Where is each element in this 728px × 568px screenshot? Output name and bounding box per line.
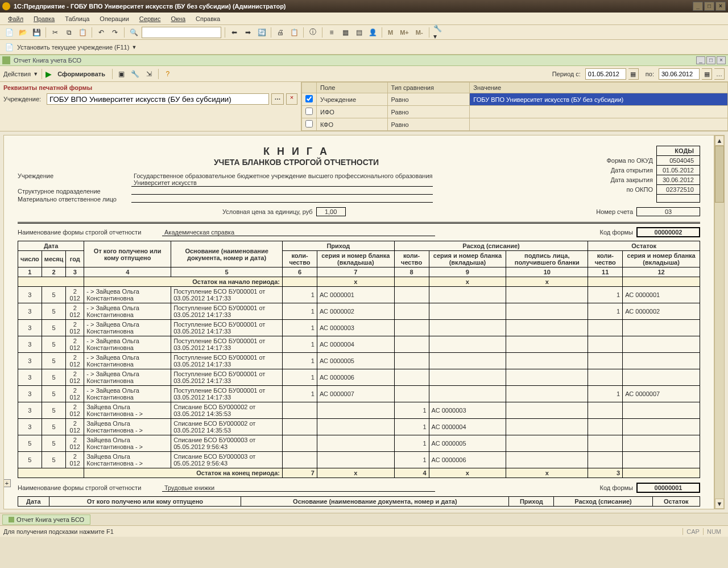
- filter-header-field[interactable]: Поле: [317, 83, 388, 93]
- formcode-label: Код формы: [599, 229, 633, 236]
- main-toolbar: 📄 📂 💾 ✂ ⧉ 📋 ↶ ↷ 🔍 ⬅ ➡ 🔄 🖨 📋 ⓘ ≡ ▦ ▤ 👤 М …: [0, 25, 728, 40]
- filter-checkbox[interactable]: [305, 120, 313, 127]
- find-icon[interactable]: 🔍: [128, 27, 139, 38]
- back-icon[interactable]: ⬅: [229, 27, 240, 38]
- data-table: Дата От кого получено или кому отпущено …: [18, 241, 700, 478]
- new-icon[interactable]: 📄: [3, 27, 15, 38]
- titlebar-text: 1С:Предприятие - ГОБУ ВПО Университет ис…: [14, 3, 286, 10]
- paste-icon[interactable]: 📋: [77, 27, 88, 38]
- collapse-icon[interactable]: ▣: [116, 68, 127, 80]
- calendar-to-icon[interactable]: ▦: [702, 68, 712, 80]
- wrench-icon[interactable]: 🔧▾: [433, 27, 444, 38]
- params-header: Реквизиты печатной формы: [3, 84, 297, 91]
- memory-mplus[interactable]: М+: [398, 29, 411, 36]
- period-from-input[interactable]: [585, 68, 626, 80]
- department-value: [131, 188, 433, 195]
- set-institution-button[interactable]: Установить текущее учреждение (F11) ▼: [17, 44, 136, 51]
- forward-icon[interactable]: ➡: [242, 27, 254, 38]
- institution-clear-button[interactable]: ×: [286, 93, 297, 105]
- menu-service[interactable]: Сервис: [135, 14, 166, 24]
- menu-help[interactable]: Справка: [191, 14, 225, 24]
- cut-icon[interactable]: ✂: [49, 27, 61, 38]
- inner-minimize-button[interactable]: _: [696, 56, 705, 64]
- filter-checkbox[interactable]: [305, 108, 313, 115]
- filter-row[interactable]: КФО Равно: [302, 118, 728, 131]
- undo-icon[interactable]: ↶: [96, 27, 107, 38]
- institution-input[interactable]: [47, 93, 269, 105]
- menu-edit[interactable]: Правка: [29, 14, 59, 24]
- formname2-value: Трудовые книжки: [162, 484, 435, 492]
- tab-label: Отчет Книга учета БСО: [16, 516, 84, 523]
- open-icon[interactable]: 📂: [17, 27, 28, 38]
- preview-icon[interactable]: 📋: [288, 27, 300, 38]
- period-to-input[interactable]: [659, 68, 700, 80]
- okpo-value: 02372510: [656, 185, 700, 195]
- list-icon[interactable]: ≡: [326, 27, 337, 38]
- inner-close-button[interactable]: ×: [717, 56, 726, 64]
- maximize-button[interactable]: □: [704, 2, 714, 11]
- menu-table[interactable]: Таблица: [60, 14, 94, 24]
- data-table-2: Дата От кого получено или кому отпущено …: [18, 496, 700, 507]
- filter-checkbox[interactable]: [305, 95, 313, 102]
- memory-m[interactable]: М: [386, 29, 395, 36]
- window-tab[interactable]: Отчет Книга учета БСО: [2, 515, 90, 525]
- formcode2-label: Код формы: [599, 484, 633, 491]
- inner-window-header: Отчет Книга учета БСО _ □ ×: [0, 55, 728, 66]
- minimize-button[interactable]: _: [693, 2, 703, 11]
- copy-icon[interactable]: ⧉: [63, 27, 75, 38]
- filter-table: Поле Тип сравнения Значение Учреждение Р…: [301, 82, 728, 131]
- titlebar: 1С:Предприятие - ГОБУ ВПО Университет ис…: [0, 0, 728, 13]
- open-date-value: 01.05.2012: [656, 166, 700, 175]
- refresh-icon[interactable]: 🔄: [256, 27, 267, 38]
- codes-empty-cell: [656, 195, 700, 203]
- address-input[interactable]: [142, 27, 221, 38]
- period-picker-icon[interactable]: …: [714, 68, 725, 80]
- filter-row[interactable]: ИФО Равно: [302, 106, 728, 118]
- generate-button[interactable]: Сформировать: [54, 69, 109, 79]
- report-page[interactable]: + КОДЫ Форма по ОКУД0504045 Дата открыти…: [3, 135, 714, 509]
- status-cap: CAP: [682, 528, 703, 535]
- tree-icon[interactable]: ▤: [353, 27, 365, 38]
- menu-operations[interactable]: Операции: [95, 14, 133, 24]
- filter-header-value[interactable]: Значение: [470, 83, 728, 93]
- filter-header-compare[interactable]: Тип сравнения: [387, 83, 470, 93]
- grid-icon[interactable]: ▦: [340, 27, 351, 38]
- close-button[interactable]: ×: [715, 2, 726, 11]
- settings-icon[interactable]: 🔧: [130, 68, 141, 80]
- calendar-from-icon[interactable]: ▦: [628, 68, 639, 80]
- period-to-label: по:: [643, 71, 656, 77]
- period-from-label: Период с:: [550, 71, 583, 77]
- help-icon[interactable]: ?: [162, 68, 173, 80]
- account-label: Номер счета: [596, 208, 633, 215]
- save-icon[interactable]: 💾: [31, 27, 42, 38]
- institution-toolbar: 📄 Установить текущее учреждение (F11) ▼: [0, 40, 728, 55]
- app-logo-icon: [2, 2, 10, 10]
- user-icon[interactable]: 👤: [367, 27, 378, 38]
- inner-maximize-button[interactable]: □: [706, 56, 715, 64]
- redo-icon[interactable]: ↷: [109, 27, 121, 38]
- scroll-down-button[interactable]: ▼: [715, 499, 724, 509]
- vertical-scrollbar[interactable]: ▲ ▼: [714, 135, 725, 509]
- scroll-thumb[interactable]: [715, 146, 724, 203]
- print-icon[interactable]: 🖨: [275, 27, 286, 38]
- menubar: Файл Правка Таблица Операции Сервис Окна…: [0, 13, 728, 25]
- scroll-up-button[interactable]: ▲: [715, 135, 724, 146]
- memory-mminus[interactable]: М-: [413, 29, 425, 36]
- expand-group-button[interactable]: +: [3, 479, 11, 487]
- menu-windows[interactable]: Окна: [167, 14, 191, 24]
- status-hint: Для получения подсказки нажмите F1: [3, 528, 114, 535]
- formcode-value: 00000002: [636, 227, 700, 237]
- expand-icon[interactable]: ⇲: [143, 68, 155, 80]
- info-icon[interactable]: ⓘ: [307, 27, 318, 38]
- institution-select-button[interactable]: …: [271, 93, 284, 105]
- menu-file[interactable]: Файл: [3, 14, 28, 24]
- actions-dropdown[interactable]: Действия▼: [3, 71, 38, 77]
- formname2-label: Наименование формы строгой отчетности: [18, 484, 162, 491]
- doc-icon[interactable]: 📄: [3, 42, 15, 53]
- formcode2-value: 00000001: [636, 483, 700, 493]
- filter-row[interactable]: Учреждение Равно ГОБУ ВПО Университет ис…: [302, 93, 728, 106]
- price-label: Условная цена за единицу, руб: [222, 208, 313, 215]
- play-icon: ▶: [46, 69, 52, 79]
- close-date-value: 30.06.2012: [656, 175, 700, 185]
- formname-value: Академическая справка: [162, 229, 435, 236]
